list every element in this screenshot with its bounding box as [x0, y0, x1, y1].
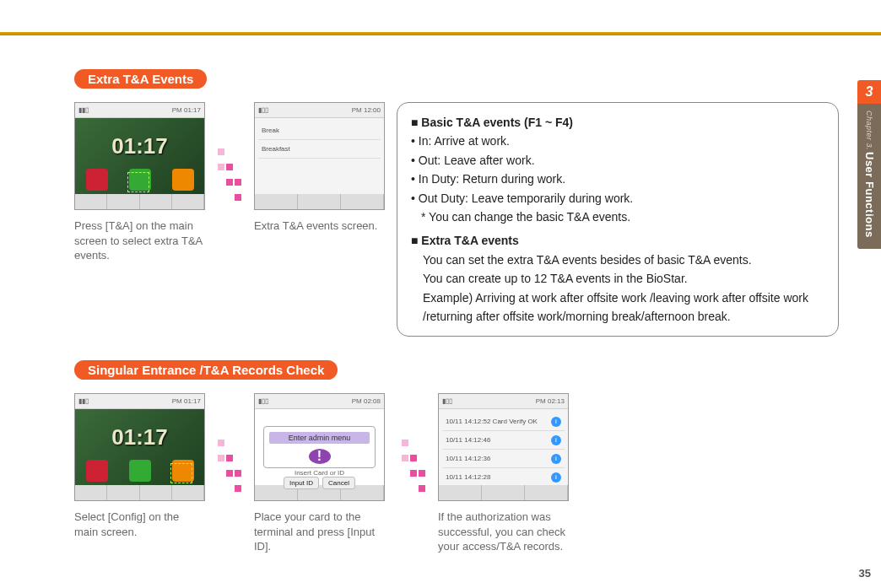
statusbar: ▮▯▯PM 12:00 [255, 103, 384, 118]
info-heading: Basic T&A events (F1 ~ F4) [421, 116, 573, 129]
chapter-label: Chapter 3. [865, 111, 873, 150]
statusbar: ▮▮▯PM 01:17 [75, 394, 204, 409]
list-item: Breakfast [258, 140, 381, 159]
info-bullet: Out: Leave after work. [411, 151, 824, 170]
arrow-icon [217, 102, 242, 205]
list-item: 10/11 14:12:36i [442, 450, 565, 468]
screenshot-extra-tna: ▮▯▯PM 12:00 Break Breakfast Extra T&A ev… [254, 102, 385, 234]
info-note: * You can change the basic T&A events. [411, 208, 824, 226]
modal-message: Insert Card or ID [295, 469, 344, 477]
section-singular-entrance: Singular Entrance /T&A Records Check ▮▮▯… [74, 360, 839, 554]
clock-time: 01:17 [75, 133, 204, 159]
section-pill: Extra T&A Events [74, 69, 207, 89]
screenshot-image: ▮▯▯PM 02:13 10/11 14:12:52 Card Verify O… [438, 393, 569, 501]
list-item: Break [258, 121, 381, 140]
page-number: 35 [859, 567, 871, 580]
chapter-title: User Functions [863, 152, 876, 238]
list-item: 10/11 14:12:28i [442, 468, 565, 487]
page-content: Extra T&A Events ▮▮▯PM 01:17 01:17 Press… [74, 69, 839, 554]
info-text: You can set the extra T&A events besides… [411, 251, 824, 269]
section1-row: ▮▮▯PM 01:17 01:17 Press [T&A] on the mai… [74, 102, 839, 337]
chapter-number: 3 [857, 80, 881, 104]
nav-bar [255, 194, 384, 210]
info-text: You can create up to 12 T&A events in th… [411, 269, 824, 288]
nav-bar [439, 485, 568, 501]
nav-bar [75, 485, 204, 501]
cancel-button: Cancel [322, 477, 355, 489]
info-bullet: In: Arrive at work. [411, 132, 824, 150]
info-bullet: In Duty: Return during work. [411, 170, 824, 188]
info-text: Example) Arriving at work after offsite … [411, 289, 824, 326]
caption: If the authorization was successful, you… [438, 510, 573, 554]
highlight-tna [127, 172, 149, 192]
arrow-icon [401, 393, 426, 496]
section-extra-tna-events: Extra T&A Events ▮▮▯PM 01:17 01:17 Press… [74, 69, 839, 337]
screenshot-image: ▮▯▯PM 02:08 Enter admin menu ! Insert Ca… [254, 393, 385, 501]
screenshot-main-screen: ▮▮▯PM 01:17 01:17 Press [T&A] on the mai… [74, 102, 205, 263]
input-id-button: Input ID [284, 477, 319, 489]
nav-bar [75, 194, 204, 210]
header-rule [0, 32, 881, 35]
statusbar: ▮▮▯PM 01:17 [75, 103, 204, 118]
clock-time: 01:17 [75, 424, 204, 450]
manual-page: 3 Chapter 3. User Functions Extra T&A Ev… [0, 0, 881, 588]
section2-row: ▮▮▯PM 01:17 01:17 Select [Config] on the… [74, 393, 839, 554]
chapter-side-tab: 3 Chapter 3. User Functions [857, 80, 881, 249]
caption: Extra T&A events screen. [254, 218, 385, 234]
caption: Press [T&A] on the main screen to select… [74, 218, 205, 263]
screenshot-image: ▮▮▯PM 01:17 01:17 [74, 393, 205, 501]
screenshot-main-config: ▮▮▯PM 01:17 01:17 Select [Config] on the… [74, 393, 205, 539]
event-list: Break Breakfast [255, 118, 384, 194]
list-item: 10/11 14:12:46i [442, 431, 565, 450]
screenshot-image: ▮▮▯PM 01:17 01:17 [74, 102, 205, 210]
arrow-icon [217, 393, 242, 496]
info-heading: Extra T&A events [421, 234, 518, 247]
screenshot-admin-modal: ▮▯▯PM 02:08 Enter admin menu ! Insert Ca… [254, 393, 389, 554]
statusbar: ▮▯▯PM 02:08 [255, 394, 384, 409]
admin-modal: Enter admin menu ! Insert Card or ID Inp… [263, 426, 376, 468]
caption: Place your card to the terminal and pres… [254, 510, 389, 554]
caption: Select [Config] on the main screen. [74, 510, 205, 539]
section-pill: Singular Entrance /T&A Records Check [74, 360, 338, 380]
statusbar: ▮▯▯PM 02:13 [439, 394, 568, 409]
chapter-tab-body: Chapter 3. User Functions [857, 104, 881, 249]
info-bullet: Out Duty: Leave temporarily during work. [411, 189, 824, 208]
highlight-config [170, 463, 192, 483]
screenshot-image: ▮▯▯PM 12:00 Break Breakfast [254, 102, 385, 210]
screenshot-records-list: ▮▯▯PM 02:13 10/11 14:12:52 Card Verify O… [438, 393, 573, 554]
alert-icon: ! [309, 449, 331, 464]
modal-area: Enter admin menu ! Insert Card or ID Inp… [255, 409, 384, 485]
modal-header: Enter admin menu [269, 432, 370, 444]
list-item: 10/11 14:12:52 Card Verify OKi [442, 413, 565, 431]
clock-area: 01:17 [75, 118, 204, 194]
records-list: 10/11 14:12:52 Card Verify OKi 10/11 14:… [439, 409, 568, 485]
info-callout: ■ Basic T&A events (F1 ~ F4) In: Arrive … [397, 102, 839, 337]
clock-area: 01:17 [75, 409, 204, 485]
